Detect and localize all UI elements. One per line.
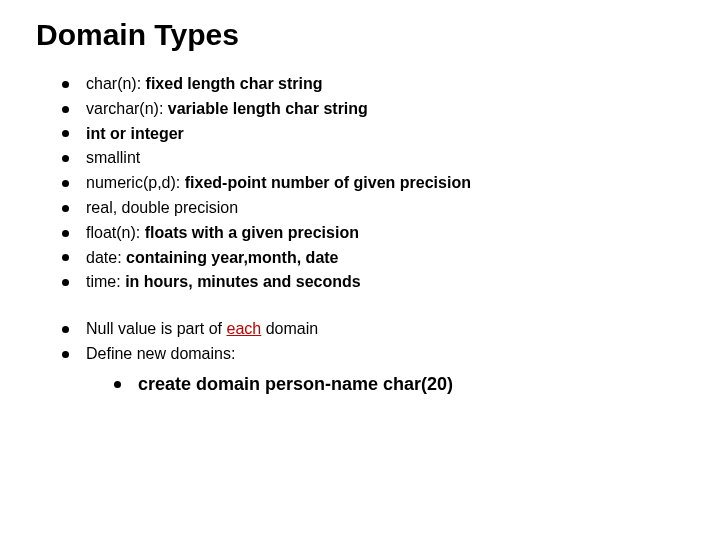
list-item: int or integer (56, 122, 690, 147)
list-item: Null value is part of each domain (56, 317, 690, 342)
list-item: real, double precision (56, 196, 690, 221)
sub-list-item: create domain person-name char(20) (110, 371, 690, 398)
list-item: numeric(p,d): fixed-point number of give… (56, 171, 690, 196)
bullet-group-1: char(n): fixed length char string varcha… (36, 72, 690, 295)
bullet-group-2: Null value is part of each domain Define… (36, 317, 690, 398)
list-item: date: containing year,month, date (56, 246, 690, 271)
emphasis-text: each (227, 320, 262, 337)
list-item: char(n): fixed length char string (56, 72, 690, 97)
list-item: smallint (56, 146, 690, 171)
list-item: time: in hours, minutes and seconds (56, 270, 690, 295)
list-item: varchar(n): variable length char string (56, 97, 690, 122)
list-item: Define new domains: create domain person… (56, 342, 690, 398)
list-item: float(n): floats with a given precision (56, 221, 690, 246)
sub-list: create domain person-name char(20) (86, 371, 690, 398)
page-title: Domain Types (36, 18, 690, 52)
